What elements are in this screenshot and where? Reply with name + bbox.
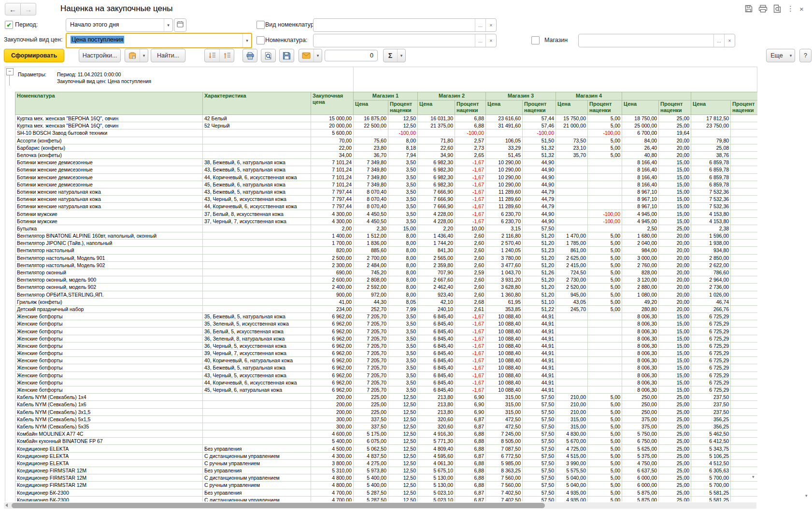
row-value-cell[interactable]: 20 000,00 xyxy=(311,122,354,129)
row-value-cell[interactable]: 7 797,44 xyxy=(311,203,354,210)
row-value-cell[interactable]: 12,50 xyxy=(388,482,418,489)
row-value-cell[interactable]: 2 730,00 xyxy=(556,276,588,284)
save-report-icon[interactable] xyxy=(744,4,753,13)
row-value-cell[interactable]: 6 845,40 xyxy=(418,335,455,342)
row-value-cell[interactable]: 10 088,40 xyxy=(486,357,523,364)
row-text-cell[interactable]: Кондиционер БК-2300 xyxy=(15,496,203,501)
row-text-cell[interactable]: 45, Бежевый, 6, натуральная кожа xyxy=(203,181,311,188)
close-icon[interactable]: × xyxy=(799,5,804,13)
row-value-cell[interactable]: 25,00 xyxy=(659,225,691,232)
row-value-cell[interactable]: 25,00 xyxy=(659,122,691,129)
row-value-cell[interactable]: 5 675,10 xyxy=(418,467,455,474)
row-value-cell[interactable]: 26,40 xyxy=(622,144,659,151)
row-value-cell[interactable]: 6,87 xyxy=(455,489,486,496)
row-value-cell[interactable]: 315,00 xyxy=(556,415,588,423)
row-text-cell[interactable] xyxy=(203,254,311,261)
row-value-cell[interactable]: 3,50 xyxy=(388,371,418,379)
window-scroll-down-icon[interactable]: ▾ xyxy=(805,494,808,498)
row-value-cell[interactable]: 5 875,00 xyxy=(622,496,659,501)
row-value-cell[interactable]: 106,05 xyxy=(486,137,523,144)
row-value-cell[interactable]: 2 808,00 xyxy=(354,276,388,284)
row-value-cell[interactable]: 2 622,00 xyxy=(691,261,731,269)
row-value-cell[interactable]: 10 290,00 xyxy=(486,173,523,181)
row-value-cell[interactable]: 2 600,00 xyxy=(311,276,354,284)
row-text-cell[interactable] xyxy=(203,423,311,430)
row-value-cell[interactable]: 5,00 xyxy=(588,467,622,474)
sort-descending-button[interactable] xyxy=(205,49,219,62)
row-value-cell[interactable]: 3,50 xyxy=(388,328,418,335)
row-value-cell[interactable]: 5,00 xyxy=(588,276,622,284)
row-value-cell[interactable]: 5 575,50 xyxy=(556,467,588,474)
counter-field[interactable]: 0 xyxy=(325,50,378,61)
row-value-cell[interactable]: 1 785,00 xyxy=(556,240,588,247)
row-value-cell[interactable]: 7 101,24 xyxy=(311,159,354,166)
row-value-cell[interactable]: 8 070,40 xyxy=(354,203,388,210)
row-value-cell[interactable]: 5,00 xyxy=(588,474,622,482)
row-value-cell[interactable]: 4 450,50 xyxy=(354,210,388,217)
row-value-cell[interactable]: 5 581,25 xyxy=(691,496,731,501)
row-value-cell[interactable]: 5 130,00 xyxy=(418,474,455,482)
row-value-cell[interactable]: 22,60 xyxy=(418,144,455,151)
row-value-cell[interactable]: 5 287,50 xyxy=(354,489,388,496)
row-value-cell[interactable]: 51,20 xyxy=(523,240,556,247)
row-value-cell[interactable]: 820,00 xyxy=(311,247,354,254)
col-header-price[interactable]: Цена xyxy=(354,100,388,115)
row-value-cell[interactable]: 8,00 xyxy=(388,254,418,261)
row-value-cell[interactable]: 6 725,29 xyxy=(691,371,731,379)
row-text-cell[interactable]: 40, Коричневый, 6, натуральная кожа xyxy=(203,357,311,364)
row-value-cell[interactable]: 2 850,00 xyxy=(691,254,731,261)
row-value-cell[interactable]: 2 700,00 xyxy=(354,254,388,261)
row-text-cell[interactable]: Ботинки женские демисезонные xyxy=(15,181,203,188)
row-text-cell[interactable]: 44, Коричневый, 6, искусственная кожа xyxy=(203,379,311,386)
row-value-cell[interactable]: 57,50 xyxy=(523,415,556,423)
row-value-cell[interactable]: 3,50 xyxy=(388,335,418,342)
chevron-down-icon[interactable]: ▾ xyxy=(397,49,405,62)
row-text-cell[interactable]: Вентилятор BINATONE ALPINE 160вт, наполь… xyxy=(15,232,203,240)
row-value-cell[interactable]: 57,50 xyxy=(523,452,556,459)
row-value-cell[interactable]: 6 962,00 xyxy=(311,335,354,342)
row-value-cell[interactable]: 1 436,40 xyxy=(418,232,455,240)
row-value-cell[interactable]: 15,00 xyxy=(659,166,691,173)
row-text-cell[interactable]: Вентилятор настольный, Модель 901 xyxy=(15,254,203,261)
row-value-cell[interactable]: 7 205,70 xyxy=(354,313,388,320)
row-value-cell[interactable] xyxy=(588,350,622,357)
row-value-cell[interactable] xyxy=(556,203,588,210)
row-value-cell[interactable]: 6 230,70 xyxy=(486,210,523,217)
row-value-cell[interactable]: 57,50 xyxy=(523,430,556,438)
row-value-cell[interactable]: 6 637,50 xyxy=(622,467,659,474)
row-value-cell[interactable]: 2,60 xyxy=(455,232,486,240)
row-value-cell[interactable]: 1 938,00 xyxy=(691,240,731,247)
row-value-cell[interactable]: 8 006,30 xyxy=(622,371,659,379)
row-value-cell[interactable] xyxy=(731,371,757,379)
row-text-cell[interactable]: Комбайн MOULINEX A77 4C xyxy=(15,430,203,438)
row-value-cell[interactable]: 51,20 xyxy=(523,232,556,240)
row-value-cell[interactable]: 8,00 xyxy=(388,291,418,298)
row-value-cell[interactable]: 6 859,78 xyxy=(691,181,731,188)
row-value-cell[interactable]: 6 725,29 xyxy=(691,328,731,335)
row-text-cell[interactable]: 43, Бежевый, 5, натуральная кожа xyxy=(203,188,311,195)
row-value-cell[interactable]: 44,79 xyxy=(523,188,556,195)
row-value-cell[interactable]: 8 166,40 xyxy=(622,173,659,181)
row-value-cell[interactable]: 3 780,00 xyxy=(486,254,523,261)
row-value-cell[interactable]: 3,50 xyxy=(388,217,418,225)
row-value-cell[interactable]: 31 491,60 xyxy=(486,122,523,129)
row-value-cell[interactable] xyxy=(731,217,757,225)
row-value-cell[interactable]: 2 592,00 xyxy=(354,284,388,291)
row-value-cell[interactable]: 10 290,00 xyxy=(486,159,523,166)
row-value-cell[interactable]: 5 462,50 xyxy=(691,430,731,438)
row-text-cell[interactable]: Кондиционер FIRMSTAR 12M xyxy=(15,482,203,489)
row-value-cell[interactable]: 7 349,80 xyxy=(354,166,388,173)
row-value-cell[interactable]: 4 800,00 xyxy=(311,474,354,482)
row-value-cell[interactable]: 44,91 xyxy=(523,379,556,386)
nomenclature-type-more-button[interactable]: ... xyxy=(475,19,485,31)
row-value-cell[interactable]: 252,70 xyxy=(354,305,388,313)
row-value-cell[interactable]: 2,61 xyxy=(455,305,486,313)
row-value-cell[interactable]: 7 205,70 xyxy=(354,386,388,393)
row-value-cell[interactable]: 5 310,00 xyxy=(311,467,354,474)
col-header-price[interactable]: Цена xyxy=(622,100,659,115)
row-value-cell[interactable] xyxy=(731,328,757,335)
row-text-cell[interactable]: Барбарис (конфеты) xyxy=(15,144,203,151)
row-value-cell[interactable]: 5 700,00 xyxy=(691,482,731,489)
row-value-cell[interactable]: -100,00 xyxy=(588,210,622,217)
row-value-cell[interactable]: 5,00 xyxy=(588,144,622,151)
